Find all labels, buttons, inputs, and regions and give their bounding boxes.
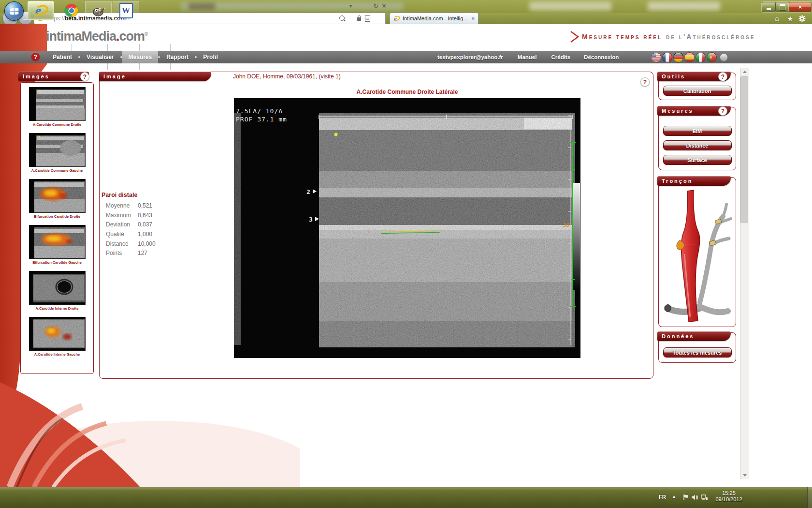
- minimize-icon: [767, 8, 771, 10]
- action-center-flag-icon[interactable]: [682, 494, 689, 501]
- taskbar: [0, 487, 812, 508]
- wallpaper-blur: [648, 1, 720, 11]
- refresh-icon[interactable]: ↻: [372, 2, 379, 9]
- windows-logo-icon: [9, 6, 19, 16]
- wallpaper-blur: [188, 3, 215, 10]
- nav-separator: [139, 44, 140, 51]
- page-content: intimaMedia.com® Mesure temps réel de l'…: [0, 24, 812, 487]
- donnees-panel-header: Données: [657, 331, 731, 341]
- nav-separator: [107, 44, 108, 51]
- scrollbar-thumb[interactable]: [740, 76, 748, 223]
- carotid-artery-diagram[interactable]: [661, 181, 734, 324]
- nav-link-manuel[interactable]: Manuel: [518, 54, 537, 60]
- thumbnail-item[interactable]: A.Carotide Commune Droite: [28, 87, 87, 127]
- search-icon[interactable]: [338, 15, 346, 22]
- thumbnail-item[interactable]: A.Carotide Commune Gauche: [28, 133, 87, 173]
- ultrasound-thumbnail[interactable]: [29, 317, 86, 351]
- nav-separator: [72, 44, 72, 51]
- nav-user-area: testvpexplorer@yahoo.fr Manuel Crédits D…: [437, 51, 619, 63]
- site-logo[interactable]: intimaMedia.com®: [46, 29, 148, 44]
- distance-button[interactable]: Distance: [663, 140, 732, 150]
- nav-item-mesures[interactable]: Mesures: [122, 51, 159, 63]
- minimize-button[interactable]: [762, 2, 776, 12]
- nav-item-visualiser[interactable]: Visualiser: [80, 51, 120, 63]
- mesures-panel: EIM Distance Surface: [658, 107, 736, 170]
- tray-clock[interactable]: 15:25 09/10/2012: [714, 490, 744, 503]
- thumbnail-item[interactable]: A.Carotide Interne Gauche: [28, 317, 87, 357]
- chevron-icon: [569, 30, 580, 43]
- scroll-down-button[interactable]: [740, 471, 749, 479]
- tray-time: 15:25: [714, 490, 744, 496]
- image-help-button[interactable]: ?: [640, 77, 650, 87]
- start-button[interactable]: [4, 1, 24, 21]
- tab-close-icon[interactable]: ×: [472, 15, 475, 21]
- ultrasound-thumbnail[interactable]: [29, 271, 86, 305]
- language-indicator[interactable]: FR: [659, 494, 666, 500]
- surface-button[interactable]: Surface: [663, 155, 732, 165]
- nav-item-rapport[interactable]: Rapport: [160, 51, 195, 63]
- patient-info: John DOE, Homme, 09/03/1961, (visite 1): [233, 73, 341, 80]
- network-icon[interactable]: [701, 494, 708, 501]
- ultrasound-thumbnail[interactable]: [29, 179, 86, 213]
- tray-date: 09/10/2012: [714, 496, 744, 503]
- images-help-button[interactable]: ?: [80, 72, 89, 81]
- show-desktop-button[interactable]: [807, 487, 812, 508]
- flag-france-icon[interactable]: [662, 52, 672, 62]
- flag-us-icon[interactable]: [651, 52, 661, 62]
- toutes-les-mesures-button[interactable]: Toutes les mesures: [663, 347, 732, 358]
- image-title: A.Carotide Commune Droite Latérale: [234, 89, 580, 95]
- user-email: testvpexplorer@yahoo.fr: [437, 54, 503, 60]
- close-button[interactable]: ×: [789, 2, 812, 12]
- volume-icon[interactable]: [691, 494, 698, 501]
- desktop: × ← → e https://beta.intimamedia.com/# ▾…: [0, 0, 812, 508]
- gimp-icon: [92, 4, 105, 17]
- ultrasound-thumbnail[interactable]: [29, 133, 86, 167]
- flag-spain-icon[interactable]: [684, 52, 695, 62]
- nav-separator: [107, 63, 108, 70]
- grayscale-ramp: [573, 183, 580, 290]
- measure-row: Moyenne0,521: [102, 202, 198, 212]
- ultrasound-thumbnail[interactable]: [29, 225, 86, 259]
- nav-link-deconnexion[interactable]: Déconnexion: [584, 54, 619, 60]
- settings-gear-icon[interactable]: [798, 15, 806, 22]
- thumbnail-item[interactable]: Bifurcation Carotide Gauche: [28, 225, 87, 265]
- scroll-up-button[interactable]: [740, 68, 749, 75]
- thumbnail-item[interactable]: Bifurcation Carotide Droite: [28, 179, 87, 219]
- favorites-star-icon[interactable]: ★: [787, 15, 793, 23]
- compatibility-view-icon[interactable]: [364, 15, 371, 22]
- flag-ghost-icon: [720, 53, 728, 61]
- eim-button[interactable]: EIM: [663, 126, 732, 136]
- search-dropdown-icon[interactable]: ▾: [347, 2, 354, 9]
- flag-italy-icon[interactable]: [696, 52, 706, 62]
- troncon-panel: [658, 177, 736, 327]
- tray-expand-icon[interactable]: ▴: [673, 493, 675, 499]
- ultrasound-image[interactable]: 7.5LA/ 10/A PROF 37.1 mm 2 3: [234, 98, 580, 358]
- taskbar-gimp-button[interactable]: [85, 1, 112, 20]
- nav-item-profil[interactable]: Profil: [197, 51, 224, 63]
- nav-separator: [170, 63, 171, 70]
- taskbar-chrome-button[interactable]: [60, 1, 83, 20]
- flag-germany-icon[interactable]: [673, 52, 683, 62]
- mesures-help-button[interactable]: ?: [718, 106, 727, 116]
- ie-favicon: e: [393, 15, 400, 22]
- images-panel: A.Carotide Commune Droite A.Carotide Com…: [20, 82, 94, 374]
- nav-help-button[interactable]: ?: [31, 52, 40, 61]
- home-icon[interactable]: ⌂: [775, 14, 779, 22]
- nav-item-patient[interactable]: Patient: [46, 51, 78, 63]
- ultrasound-thumbnail[interactable]: [29, 87, 86, 121]
- restore-button[interactable]: [775, 2, 789, 12]
- nav-link-credits[interactable]: Crédits: [551, 54, 570, 60]
- flag-portugal-icon[interactable]: [707, 52, 717, 62]
- internet-explorer-icon: e: [34, 3, 48, 18]
- thumbnail-item[interactable]: A.Carotide Interne Droite: [28, 271, 87, 311]
- images-panel-header: Images: [18, 72, 89, 81]
- taskbar-ie-button[interactable]: e: [28, 1, 54, 20]
- tools-help-button[interactable]: ?: [718, 72, 727, 81]
- stop-icon[interactable]: ×: [380, 2, 388, 9]
- thumbnail-caption: A.Carotide Interne Droite: [28, 306, 87, 311]
- browser-tab[interactable]: e IntimaMedia.com - Intellig... ×: [390, 13, 478, 24]
- measurement-title: Paroi distale: [102, 192, 198, 198]
- taskbar-word-button[interactable]: W: [113, 1, 139, 20]
- calibration-button[interactable]: Calibration: [663, 86, 732, 96]
- thumbnail-caption: Bifurcation Carotide Gauche: [28, 260, 87, 265]
